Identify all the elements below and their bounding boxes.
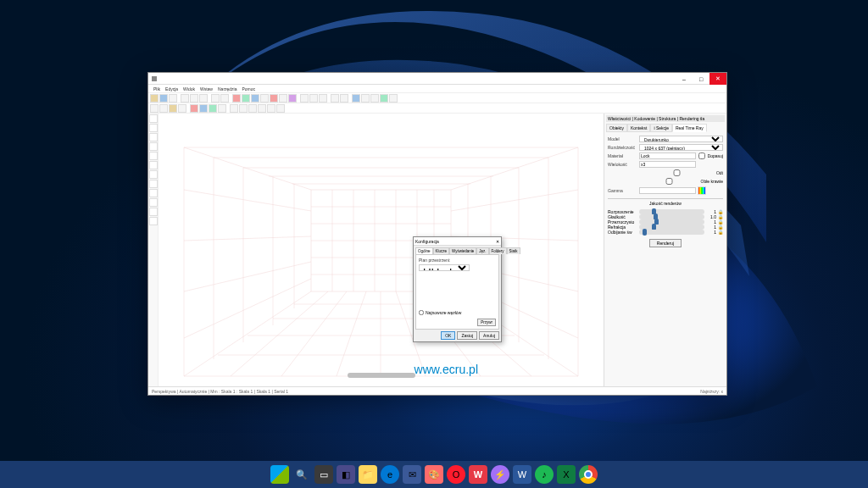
ltool-move[interactable] (149, 124, 158, 132)
file-explorer-icon[interactable]: 📁 (359, 465, 377, 484)
ltool-arc[interactable] (149, 180, 158, 188)
dtab-folders[interactable]: Foldery (489, 247, 507, 254)
paint-icon[interactable]: 🎨 (425, 465, 443, 484)
cancel-button[interactable]: Anuluj (479, 331, 499, 340)
reset-button[interactable]: Przywr (477, 319, 496, 326)
tool2-d[interactable] (178, 104, 186, 113)
round-checkbox[interactable] (639, 178, 699, 185)
ltool-rotate[interactable] (149, 133, 158, 141)
tool-k[interactable] (331, 94, 339, 103)
tool2-f[interactable] (199, 104, 208, 113)
tool2-c[interactable] (169, 104, 177, 113)
menu-tools[interactable]: Narzędzia (218, 86, 237, 92)
word-icon[interactable]: W (513, 465, 531, 484)
3d-viewport[interactable]: www.ecru.pl Konfiguracja ✕ Ogólne Klucze… (159, 114, 604, 386)
model-select[interactable]: Dwukierunko (639, 136, 723, 142)
dtab-lang[interactable]: Jęz. (476, 247, 488, 254)
search-icon[interactable]: 🔍 (292, 465, 311, 484)
widgets-icon[interactable]: ◧ (337, 465, 355, 484)
ltool-line[interactable] (149, 152, 158, 160)
quality-input[interactable] (639, 161, 696, 168)
slider-4[interactable] (639, 230, 704, 235)
close-button[interactable]: ✕ (709, 73, 726, 85)
tool-redo[interactable] (220, 94, 229, 103)
horizontal-scrollbar[interactable] (348, 373, 415, 378)
ptab-realtime[interactable]: Real Time Ray (672, 124, 707, 132)
tool-copy[interactable] (190, 94, 198, 103)
tool-h[interactable] (300, 94, 309, 103)
tool-m[interactable] (352, 94, 360, 103)
tool-p[interactable] (380, 94, 388, 103)
menu-file[interactable]: Plik (153, 86, 160, 92)
resolution-select[interactable]: 1024 x 637 (pełniący) (639, 144, 723, 151)
opera-icon[interactable]: O (447, 465, 465, 484)
tool2-h[interactable] (218, 104, 226, 113)
tool2-n[interactable] (276, 104, 285, 113)
ptab-sections[interactable]: i Sekcje (650, 124, 672, 132)
dtab-general[interactable]: Ogólne (415, 247, 433, 254)
gamma-picker[interactable] (698, 186, 706, 195)
tool-g[interactable] (288, 94, 297, 103)
ltool-scale[interactable] (149, 142, 158, 151)
task-view-icon[interactable]: ▭ (314, 465, 333, 484)
tool-n[interactable] (361, 94, 370, 103)
tool2-i[interactable] (230, 104, 238, 113)
recent-nodes-checkbox[interactable] (419, 310, 424, 315)
ltool-fill[interactable] (149, 208, 158, 216)
tool-a[interactable] (232, 94, 241, 103)
slider-lock-4[interactable]: 🔒 (718, 230, 723, 235)
mail-icon[interactable]: ✉ (403, 465, 421, 484)
render-button[interactable]: Renderuj (649, 239, 682, 247)
menu-help[interactable]: Pomoc (242, 86, 256, 92)
maximize-button[interactable]: □ (693, 73, 709, 85)
tool-j[interactable] (319, 94, 327, 103)
ltool-text[interactable] (149, 189, 158, 197)
ltool-rect[interactable] (149, 161, 158, 169)
ok-button[interactable]: OK (441, 331, 455, 340)
tool-e[interactable] (270, 94, 278, 103)
tool-o[interactable] (370, 94, 379, 103)
apply-button[interactable]: Zastoj (457, 331, 477, 340)
tool-undo[interactable] (211, 94, 220, 103)
messenger-icon[interactable]: ⚡ (491, 465, 509, 484)
tool2-g[interactable] (209, 104, 217, 113)
ptab-context[interactable]: Kontekst (627, 124, 650, 132)
tool2-j[interactable] (239, 104, 248, 113)
fit-checkbox[interactable] (698, 152, 706, 159)
tool-d[interactable] (260, 94, 269, 103)
material-input[interactable] (639, 152, 696, 159)
tool2-m[interactable] (267, 104, 275, 113)
dtab-keys[interactable]: Klucze (433, 247, 450, 254)
start-button[interactable] (270, 465, 289, 484)
tool-cut[interactable] (181, 94, 189, 103)
cut-checkbox[interactable] (639, 169, 715, 176)
tool-l[interactable] (340, 94, 348, 103)
ltool-circle[interactable] (149, 170, 158, 179)
tool-c[interactable] (251, 94, 259, 103)
tool-b[interactable] (242, 94, 250, 103)
menu-view[interactable]: Widok (183, 86, 195, 92)
ltool-select[interactable] (149, 114, 158, 123)
tool-open[interactable] (159, 94, 168, 103)
tool2-a[interactable] (150, 104, 159, 113)
tool-paste[interactable] (199, 94, 208, 103)
wordpad-icon[interactable]: W (469, 465, 487, 484)
tool-q[interactable] (389, 94, 398, 103)
chrome-icon[interactable] (579, 465, 598, 484)
ltool-erase[interactable] (149, 217, 158, 225)
ptab-objects[interactable]: Obiekty (606, 124, 627, 132)
titlebar[interactable]: – □ ✕ (148, 73, 726, 85)
tool-f[interactable] (279, 94, 287, 103)
dialog-close-icon[interactable]: ✕ (496, 239, 499, 244)
excel-icon[interactable]: X (557, 465, 576, 484)
tool-i[interactable] (309, 94, 318, 103)
space-plan-select[interactable]: Układ planarny (419, 264, 470, 271)
tool2-k[interactable] (248, 104, 257, 113)
spotify-icon[interactable]: ♪ (535, 465, 554, 484)
dtab-display[interactable]: Wyświetlanie (449, 247, 476, 254)
dialog-titlebar[interactable]: Konfiguracja ✕ (414, 237, 501, 246)
watermark-link[interactable]: www.ecru.pl (415, 363, 478, 376)
ltool-dim[interactable] (149, 198, 158, 207)
menu-edit[interactable]: Edycja (165, 86, 178, 92)
minimize-button[interactable]: – (676, 73, 693, 85)
